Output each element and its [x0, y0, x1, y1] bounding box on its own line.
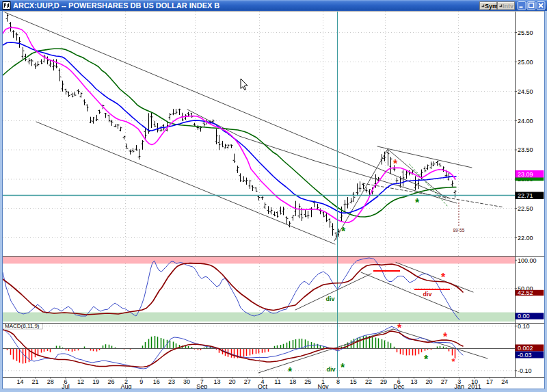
svg-text:*: *: [441, 272, 446, 283]
svg-text:25.00: 25.00: [518, 59, 533, 66]
svg-text:22.71: 22.71: [518, 192, 533, 199]
svg-text:*: *: [397, 322, 402, 334]
svg-text:13: 13: [410, 378, 417, 385]
svg-text:17: 17: [486, 378, 493, 385]
svg-text:*: *: [341, 226, 346, 237]
svg-text:25: 25: [304, 378, 311, 385]
svg-text:22.50: 22.50: [518, 205, 533, 212]
svg-text:*: *: [415, 197, 420, 209]
svg-text:-0.10: -0.10: [518, 367, 532, 374]
svg-text:*: *: [288, 366, 293, 378]
svg-text:100.00: 100.00: [518, 257, 537, 264]
svg-text:MACD(8,11,9): MACD(8,11,9): [5, 323, 40, 329]
svg-text:27: 27: [244, 378, 251, 385]
svg-text:23.50: 23.50: [518, 146, 533, 153]
svg-text:26: 26: [107, 378, 114, 385]
svg-text:8: 8: [336, 378, 340, 385]
svg-text:18: 18: [289, 378, 296, 385]
svg-text:24.50: 24.50: [518, 88, 533, 95]
svg-text:21: 21: [32, 378, 39, 385]
svg-text:30: 30: [183, 378, 190, 385]
svg-text:15: 15: [350, 378, 357, 385]
svg-text:13: 13: [213, 378, 220, 385]
svg-text:div: div: [325, 296, 334, 302]
svg-text:ARCX:UUP,D -- POWERSHARES DB U: ARCX:UUP,D -- POWERSHARES DB US DOLLAR I…: [13, 1, 219, 10]
svg-text:23: 23: [168, 378, 175, 385]
svg-text:22.00: 22.00: [518, 235, 533, 241]
svg-text:27: 27: [441, 378, 448, 385]
svg-text:89-55: 89-55: [453, 228, 465, 233]
svg-text:12: 12: [77, 378, 84, 385]
svg-text:0.002: 0.002: [518, 345, 533, 352]
svg-text:24.00: 24.00: [518, 118, 533, 125]
svg-text:24: 24: [501, 378, 508, 385]
svg-text:-0.03: -0.03: [518, 352, 532, 358]
svg-text:9: 9: [139, 378, 143, 385]
svg-text:*: *: [424, 354, 429, 365]
svg-text:0.10: 0.10: [518, 323, 530, 330]
svg-text:*: *: [341, 362, 345, 374]
svg-text:*: *: [393, 158, 398, 170]
svg-text:23.09: 23.09: [518, 171, 533, 178]
svg-text:20: 20: [425, 378, 432, 385]
svg-text:20: 20: [229, 378, 236, 385]
svg-text:19: 19: [92, 378, 99, 385]
svg-text:0.00: 0.00: [518, 313, 530, 319]
svg-text:Intv: Intv: [503, 3, 513, 10]
svg-text:Sym: Sym: [485, 3, 498, 10]
svg-text:22: 22: [365, 378, 372, 385]
svg-text:*: *: [443, 331, 448, 343]
svg-text:14: 14: [16, 378, 23, 385]
svg-text:16: 16: [153, 378, 160, 385]
svg-text:42.52: 42.52: [518, 289, 533, 296]
svg-text:div: div: [423, 291, 431, 298]
svg-text:div: div: [326, 366, 335, 373]
svg-text:11: 11: [274, 378, 280, 385]
svg-text:29: 29: [380, 378, 387, 385]
svg-text:28: 28: [47, 378, 54, 385]
svg-text:25.50: 25.50: [518, 29, 533, 36]
